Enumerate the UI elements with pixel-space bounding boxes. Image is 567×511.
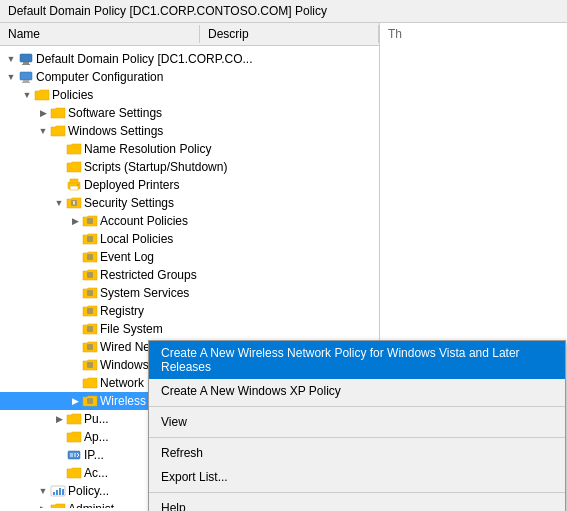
tree-item-deployed-printers[interactable]: Deployed Printers — [0, 176, 379, 194]
expand-software-settings[interactable] — [36, 106, 50, 120]
security-icon-settings — [66, 196, 82, 210]
tree-label-deployed-printers: Deployed Printers — [84, 178, 179, 192]
right-panel-text: Th — [388, 27, 402, 41]
folder-icon-software — [50, 106, 66, 120]
expand-policy-bottom[interactable] — [36, 484, 50, 498]
expand-root[interactable] — [4, 52, 18, 66]
context-menu-item-export-list[interactable]: Export List... — [149, 465, 565, 489]
svg-rect-25 — [59, 488, 61, 495]
tree-item-name-resolution[interactable]: Name Resolution Policy — [0, 140, 379, 158]
expand-account-policies[interactable] — [68, 214, 82, 228]
svg-rect-26 — [62, 489, 64, 495]
tree-label-policy-bottom: Policy... — [68, 484, 109, 498]
tree-label-security-settings: Security Settings — [84, 196, 174, 210]
window-title: Default Domain Policy [DC1.CORP.CONTOSO.… — [8, 4, 327, 18]
context-menu-label-refresh: Refresh — [161, 446, 203, 460]
security-icon-firewall — [82, 358, 98, 372]
svg-rect-19 — [87, 362, 93, 368]
security-icon-filesystem — [82, 322, 98, 336]
tree-item-event-log[interactable]: Event Log — [0, 248, 379, 266]
svg-rect-16 — [87, 308, 93, 314]
tree-item-file-system[interactable]: File System — [0, 320, 379, 338]
security-icon-registry — [82, 304, 98, 318]
tree-label-ap: Ap... — [84, 430, 109, 444]
folder-icon-administ — [50, 502, 66, 508]
svg-rect-21 — [68, 451, 80, 459]
tree-label-event-log: Event Log — [100, 250, 154, 264]
tree-label-ip: IP... — [84, 448, 104, 462]
expand-security-settings[interactable] — [52, 196, 66, 210]
printer-icon — [66, 178, 82, 192]
folder-icon-name-resolution — [66, 142, 82, 156]
tree-item-local-policies[interactable]: Local Policies — [0, 230, 379, 248]
context-menu-sep1 — [149, 406, 565, 407]
tree-item-scripts[interactable]: Scripts (Startup/Shutdown) — [0, 158, 379, 176]
tree-label-software-settings: Software Settings — [68, 106, 162, 120]
tree-label-local-policies: Local Policies — [100, 232, 173, 246]
tree-item-account-policies[interactable]: Account Policies — [0, 212, 379, 230]
network-icon-ip — [66, 448, 82, 462]
col-name-header: Name — [0, 25, 200, 43]
context-menu-item-create-xp[interactable]: Create A New Windows XP Policy — [149, 379, 565, 403]
folder-icon-policies — [34, 88, 50, 102]
svg-rect-18 — [87, 344, 93, 350]
svg-rect-11 — [87, 218, 93, 224]
svg-rect-17 — [87, 326, 93, 332]
folder-icon-windows — [50, 124, 66, 138]
tree-label-root: Default Domain Policy [DC1.CORP.CO... — [36, 52, 253, 66]
svg-rect-8 — [70, 186, 78, 190]
folder-icon-ap — [66, 430, 82, 444]
svg-rect-3 — [20, 72, 32, 80]
context-menu-item-help[interactable]: Help — [149, 496, 565, 511]
context-menu-sep3 — [149, 492, 565, 493]
expand-windows-settings[interactable] — [36, 124, 50, 138]
svg-rect-24 — [56, 490, 58, 495]
context-menu-item-refresh[interactable]: Refresh — [149, 441, 565, 465]
svg-rect-15 — [87, 290, 93, 296]
security-icon-wireless — [82, 394, 98, 408]
tree-label-file-system: File System — [100, 322, 163, 336]
tree-item-computer-config[interactable]: Computer Configuration — [0, 68, 379, 86]
context-menu-item-create-vista[interactable]: Create A New Wireless Network Policy for… — [149, 341, 565, 379]
tree-item-security-settings[interactable]: Security Settings — [0, 194, 379, 212]
folder-icon-ac — [66, 466, 82, 480]
expand-pu[interactable] — [52, 412, 66, 426]
svg-point-9 — [77, 184, 79, 186]
svg-rect-4 — [23, 80, 29, 82]
tree-item-registry[interactable]: Registry — [0, 302, 379, 320]
tree-item-windows-settings[interactable]: Windows Settings — [0, 122, 379, 140]
tree-label-ac: Ac... — [84, 466, 108, 480]
tree-item-system-services[interactable]: System Services — [0, 284, 379, 302]
svg-rect-7 — [70, 179, 78, 183]
tree-item-software-settings[interactable]: Software Settings — [0, 104, 379, 122]
svg-rect-0 — [20, 54, 32, 62]
security-icon-account — [82, 214, 98, 228]
monitor-icon — [18, 52, 34, 66]
svg-rect-5 — [22, 82, 30, 83]
tree-label-windows-settings: Windows Settings — [68, 124, 163, 138]
expand-administ[interactable] — [36, 502, 50, 508]
context-menu-sep2 — [149, 437, 565, 438]
chart-icon-policy — [50, 484, 66, 498]
expand-computer-config[interactable] — [4, 70, 18, 84]
security-icon-event — [82, 250, 98, 264]
tree-label-policies: Policies — [52, 88, 93, 102]
tree-item-policies[interactable]: Policies — [0, 86, 379, 104]
svg-rect-13 — [87, 254, 93, 260]
svg-rect-20 — [87, 398, 93, 404]
context-menu: Create A New Wireless Network Policy for… — [148, 340, 566, 511]
column-headers: Name Descrip — [0, 23, 379, 46]
expand-wireless-network[interactable] — [68, 394, 82, 408]
tree-item-restricted-groups[interactable]: Restricted Groups — [0, 266, 379, 284]
context-menu-label-help: Help — [161, 501, 186, 511]
security-icon-restricted — [82, 268, 98, 282]
tree-label-restricted-groups: Restricted Groups — [100, 268, 197, 282]
folder-icon-pu — [66, 412, 82, 426]
context-menu-item-view[interactable]: View — [149, 410, 565, 434]
title-bar: Default Domain Policy [DC1.CORP.CONTOSO.… — [0, 0, 567, 23]
expand-policies[interactable] — [20, 88, 34, 102]
context-menu-label-view: View — [161, 415, 187, 429]
tree-label-computer-config: Computer Configuration — [36, 70, 163, 84]
tree-item-root[interactable]: Default Domain Policy [DC1.CORP.CO... — [0, 50, 379, 68]
security-icon-services — [82, 286, 98, 300]
